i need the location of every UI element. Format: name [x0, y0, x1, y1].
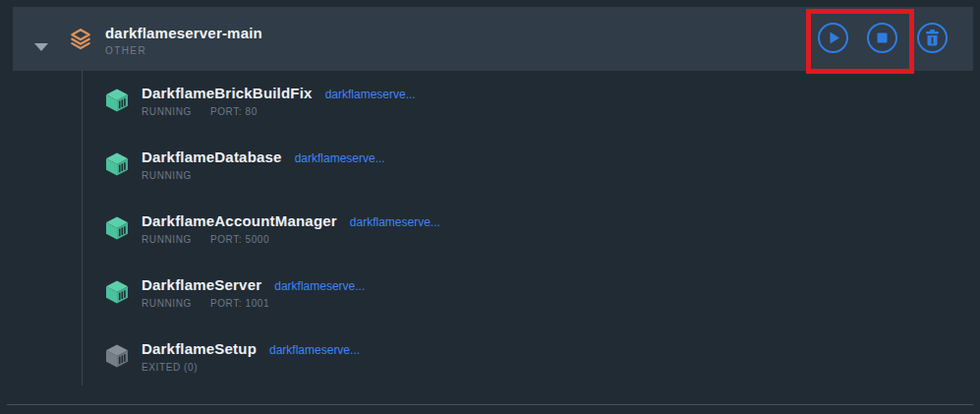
container-text-block: DarkflameBrickBuildFix darkflameserve...… — [142, 85, 416, 117]
container-state: RUNNING — [142, 298, 192, 309]
container-state: RUNNING — [142, 234, 192, 245]
container-row: DarkflameDatabase darkflameserve... RUNN… — [0, 147, 980, 210]
container-name: DarkflameServer — [142, 276, 261, 293]
container-row: DarkflameServer darkflameserve... RUNNIN… — [0, 274, 980, 338]
container-image-link[interactable]: darkflameserve... — [295, 151, 385, 165]
container-image-link[interactable]: darkflameserve... — [274, 279, 365, 293]
trash-icon — [919, 25, 946, 51]
container-text-block: DarkflameServer darkflameserve... RUNNIN… — [142, 276, 365, 309]
container-port: PORT: 5000 — [210, 234, 269, 245]
delete-button[interactable] — [917, 23, 948, 53]
group-title: darkflameserver-main — [105, 25, 262, 41]
container-icon — [103, 342, 131, 374]
group-title-block: darkflameserver-main OTHER — [105, 25, 262, 56]
container-icon — [103, 150, 131, 182]
container-status-line: EXITED (0) — [142, 362, 360, 373]
container-name: DarkflameBrickBuildFix — [142, 85, 313, 101]
container-text-block: DarkflameAccountManager darkflameserve..… — [142, 212, 440, 245]
container-port: PORT: 1001 — [210, 298, 269, 309]
container-icon — [103, 278, 131, 310]
stack-icon — [68, 27, 93, 56]
container-port: PORT: 80 — [210, 106, 258, 117]
container-icon — [103, 87, 131, 118]
bottom-divider — [7, 404, 973, 405]
container-name: DarkflameAccountManager — [142, 212, 337, 229]
container-image-link[interactable]: darkflameserve... — [325, 88, 416, 101]
container-row: DarkflameAccountManager darkflameserve..… — [0, 210, 980, 274]
container-state: EXITED (0) — [142, 362, 198, 373]
container-list: DarkflameBrickBuildFix darkflameserve...… — [0, 83, 980, 402]
container-name: DarkflameSetup — [142, 340, 257, 357]
group-subtitle: OTHER — [105, 45, 262, 56]
stop-button[interactable] — [867, 23, 897, 53]
container-status-line: RUNNINGPORT: 1001 — [142, 298, 365, 309]
play-icon — [820, 25, 846, 51]
container-text-block: DarkflameDatabase darkflameserve... RUNN… — [142, 148, 385, 181]
container-text-block: DarkflameSetup darkflameserve... EXITED … — [142, 340, 360, 373]
container-name: DarkflameDatabase — [142, 148, 282, 165]
chevron-down-icon[interactable] — [34, 43, 48, 51]
container-image-link[interactable]: darkflameserve... — [350, 215, 440, 229]
container-row: DarkflameBrickBuildFix darkflameserve...… — [0, 83, 980, 147]
container-state: RUNNING — [142, 170, 192, 181]
container-icon — [103, 214, 131, 246]
start-button[interactable] — [818, 23, 848, 53]
group-header: darkflameserver-main OTHER — [13, 7, 973, 71]
container-status-line: RUNNING — [142, 170, 385, 181]
container-status-line: RUNNINGPORT: 80 — [142, 106, 416, 117]
container-image-link[interactable]: darkflameserve... — [269, 343, 360, 357]
container-row: DarkflameSetup darkflameserve... EXITED … — [0, 338, 980, 402]
container-status-line: RUNNINGPORT: 5000 — [142, 234, 440, 245]
container-state: RUNNING — [142, 106, 192, 117]
stop-icon — [869, 25, 895, 51]
